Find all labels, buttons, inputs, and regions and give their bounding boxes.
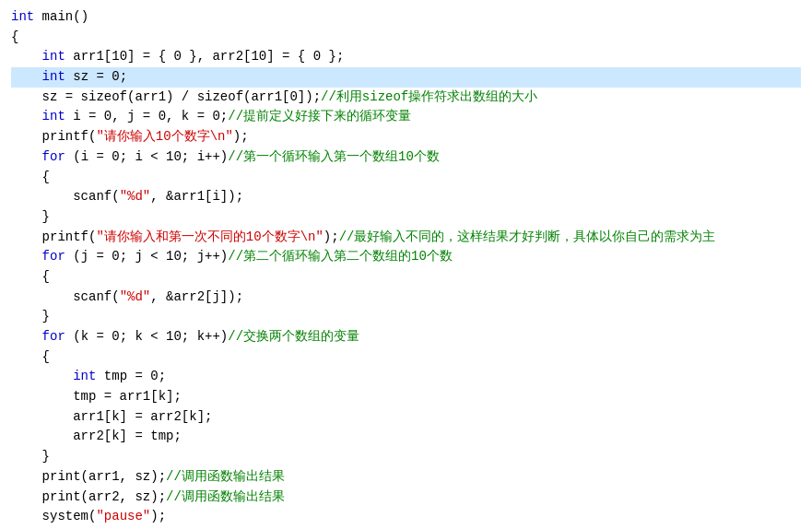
code-line-16: } (11, 307, 801, 327)
code-line-26: system("pause"); (11, 507, 801, 527)
code-line-11: } (11, 207, 801, 228)
code-line-3: int arr1[10] = { 0 }, arr2[10] = { 0 }; (11, 47, 801, 67)
code-line-19: int tmp = 0; (11, 367, 801, 387)
code-line-12: printf("请你输入和第一次不同的10个数字\n");//最好输入不同的，这… (11, 228, 801, 248)
code-line-2: { (11, 28, 801, 48)
code-editor: int main() { int arr1[10] = { 0 }, arr2[… (0, 0, 812, 529)
code-line-14: { (11, 267, 801, 288)
code-line-17: for (k = 0; k < 10; k++)//交换两个数组的变量 (11, 327, 801, 347)
code-line-8: for (i = 0; i < 10; i++)//第一个循环输入第一个数组10… (11, 147, 801, 168)
code-line-9: { (11, 168, 801, 188)
code-line-23: } (11, 447, 801, 467)
code-line-6: int i = 0, j = 0, k = 0;//提前定义好接下来的循环变量 (11, 107, 801, 127)
code-line-24: print(arr1, sz);//调用函数输出结果 (11, 467, 801, 488)
code-line-4: int sz = 0; (11, 67, 801, 88)
code-line-5: sz = sizeof(arr1) / sizeof(arr1[0]);//利用… (11, 88, 801, 108)
code-line-22: arr2[k] = tmp; (11, 427, 801, 447)
code-line-21: arr1[k] = arr2[k]; (11, 407, 801, 428)
code-line-1: int main() (11, 7, 801, 28)
code-line-25: print(arr2, sz);//调用函数输出结果 (11, 488, 801, 508)
code-line-20: tmp = arr1[k]; (11, 387, 801, 407)
code-line-7: printf("请你输入10个数字\n"); (11, 127, 801, 147)
code-line-10: scanf("%d", &arr1[i]); (11, 187, 801, 207)
code-line-18: { (11, 347, 801, 368)
code-line-13: for (j = 0; j < 10; j++)//第二个循环输入第二个数组的1… (11, 247, 801, 267)
code-line-15: scanf("%d", &arr2[j]); (11, 288, 801, 308)
